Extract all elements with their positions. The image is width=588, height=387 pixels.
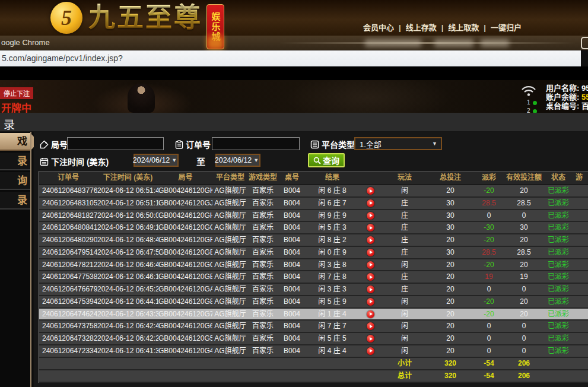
cell-extra — [573, 185, 588, 196]
order-number-input[interactable] — [212, 137, 300, 150]
clipboard-icon — [175, 140, 183, 149]
play-video-button[interactable] — [367, 236, 374, 244]
nav-link[interactable]: 一键归户 — [491, 23, 522, 32]
play-video-button[interactable] — [367, 273, 374, 281]
nav-link[interactable]: 线上存款 — [406, 23, 437, 32]
list-icon — [310, 140, 319, 149]
table-row[interactable]: 2406120647233402024-06-12 06:41:31GB0042… — [39, 345, 588, 358]
date-from-select[interactable]: 2024/06/12▼ — [134, 154, 179, 167]
window-control[interactable] — [581, 37, 588, 49]
sum-order — [39, 358, 97, 369]
cell-status: 已派彩 — [543, 345, 573, 357]
cell-platform: AG旗舰厅 — [212, 284, 248, 295]
page-title-bar: 录 — [0, 113, 588, 132]
cell-platform: AG旗舰厅 — [212, 296, 248, 307]
sidebar-item-1[interactable]: 录 — [0, 153, 31, 170]
cell-table_no: B004 — [278, 345, 306, 357]
play-video-button[interactable] — [367, 261, 374, 269]
table-row[interactable]: 2406120648029032024-06-12 06:48:40GB0042… — [39, 234, 588, 247]
play-video-button[interactable] — [367, 335, 374, 342]
play-video-button[interactable] — [367, 212, 374, 220]
cell-status: 已派彩 — [543, 247, 573, 258]
play-video-button[interactable] — [367, 224, 374, 231]
table-row[interactable]: 2406120647821202024-06-12 06:46:47GB0042… — [39, 259, 588, 272]
cell-platform: AG旗舰厅 — [212, 210, 248, 221]
cell-result: 闲 6 庄 8 — [306, 185, 358, 196]
sidebar-item-0[interactable]: 戏 — [0, 133, 31, 151]
cell-result: 闲 3 庄 3 — [306, 284, 358, 295]
cell-time: 2024-06-12 06:41:31 — [97, 345, 158, 357]
sum-game — [248, 370, 278, 382]
col-header-status: 状态 — [543, 172, 573, 184]
cell-round: GB004246120G6 — [158, 321, 212, 332]
sidebar-item-3[interactable]: 录 — [0, 192, 31, 210]
cell-game: 百家乐 — [248, 234, 278, 246]
table-row[interactable]: 2406120648310502024-06-12 06:51:15GB0042… — [39, 198, 588, 210]
table-row[interactable]: 2406120647462432024-06-12 06:43:36GB0042… — [39, 309, 588, 321]
play-video-button[interactable] — [367, 187, 374, 195]
nav-link[interactable]: 线上取款 — [448, 23, 479, 32]
table-row[interactable]: 2406120648084182024-06-12 06:49:12GB0042… — [39, 222, 588, 234]
col-header-valid_bet: 有效投注额 — [504, 172, 543, 184]
cell-round: GB004246120GC — [158, 259, 212, 271]
cell-platform: AG旗舰厅 — [212, 259, 248, 271]
play-video-button[interactable] — [367, 347, 374, 355]
search-icon — [313, 157, 321, 164]
play-video-button[interactable] — [367, 322, 374, 330]
cell-total_bet: 30 — [427, 247, 473, 258]
cell-valid_bet: 0 — [504, 284, 543, 295]
cell-platform: AG旗舰厅 — [212, 345, 248, 357]
play-video-button[interactable] — [367, 199, 374, 207]
cell-status: 已派彩 — [543, 321, 573, 332]
cell-payout: 28.5 — [473, 198, 504, 209]
table-row[interactable]: 2406120648182752024-06-12 06:50:05GB0042… — [39, 210, 588, 223]
table-row[interactable]: 2406120647539402024-06-12 06:44:18GB0042… — [39, 296, 588, 309]
cell-table_no: B004 — [278, 321, 306, 332]
play-video-button[interactable] — [367, 298, 374, 306]
col-header-round: 局号 — [158, 172, 212, 184]
cell-platform: AG旗舰厅 — [212, 222, 248, 233]
cell-round: GB004246120G5 — [158, 333, 212, 344]
table-row[interactable]: 2406120647951462024-06-12 06:47:58GB0042… — [39, 247, 588, 259]
url-bar[interactable]: 5.com/agingame/pcv1/index.jsp? — [0, 50, 581, 66]
sum-total_bet: 320 — [427, 370, 473, 382]
cell-total_bet: 20 — [427, 296, 473, 307]
cell-table_no: B004 — [278, 333, 306, 344]
cell-status: 已派彩 — [543, 259, 573, 271]
cell-valid_bet: 0 — [504, 333, 543, 344]
cell-order: 240612064837762 — [39, 185, 97, 196]
cell-platform: AG旗舰厅 — [212, 198, 248, 209]
play-video-button[interactable] — [367, 286, 374, 293]
cell-extra — [573, 296, 588, 307]
cell-game: 百家乐 — [248, 345, 278, 357]
cell-play — [358, 222, 382, 233]
table-row[interactable]: 2406120648377622024-06-12 06:51:49GB0042… — [39, 185, 588, 198]
redacted-account-text — [365, 39, 421, 47]
cell-extra — [573, 284, 588, 295]
cell-result: 闲 5 庄 9 — [306, 296, 358, 307]
platform-type-select[interactable]: 1.全部 ▼ — [354, 137, 442, 150]
cell-round: GB004246120GF — [158, 234, 212, 246]
cell-bet_type: 闲 — [382, 309, 427, 320]
table-row[interactable]: 2406120647667952024-06-12 06:45:25GB0042… — [39, 284, 588, 296]
date-to-select[interactable]: 2024/06/12▼ — [215, 154, 260, 167]
cell-total_bet: 20 — [427, 234, 473, 246]
play-video-button[interactable] — [367, 249, 374, 256]
url-text: 5.com/agingame/pcv1/index.jsp? — [2, 53, 123, 63]
cell-status: 已派彩 — [543, 333, 573, 344]
round-number-input[interactable] — [67, 137, 164, 150]
cell-game: 百家乐 — [248, 321, 278, 332]
cell-valid_bet: 30 — [504, 222, 543, 233]
chevron-down-icon: ▼ — [253, 157, 262, 163]
sidebar-item-2[interactable]: 询 — [0, 172, 31, 190]
nav-link[interactable]: 会员中心 — [363, 23, 394, 32]
play-video-button[interactable] — [367, 310, 374, 318]
cell-total_bet: 20 — [427, 333, 473, 344]
platform-type-label: 平台类型 — [310, 138, 355, 150]
search-button[interactable]: 查询 — [308, 153, 345, 167]
cell-payout: -20 — [473, 309, 504, 320]
table-row[interactable]: 2406120647375842024-06-12 06:42:49GB0042… — [39, 321, 588, 333]
table-row[interactable]: 2406120647328272024-06-12 06:42:23GB0042… — [39, 333, 588, 345]
window-title: oogle Chrome — [1, 38, 50, 47]
table-row[interactable]: 2406120647753882024-06-12 06:46:11GB0042… — [39, 271, 588, 284]
